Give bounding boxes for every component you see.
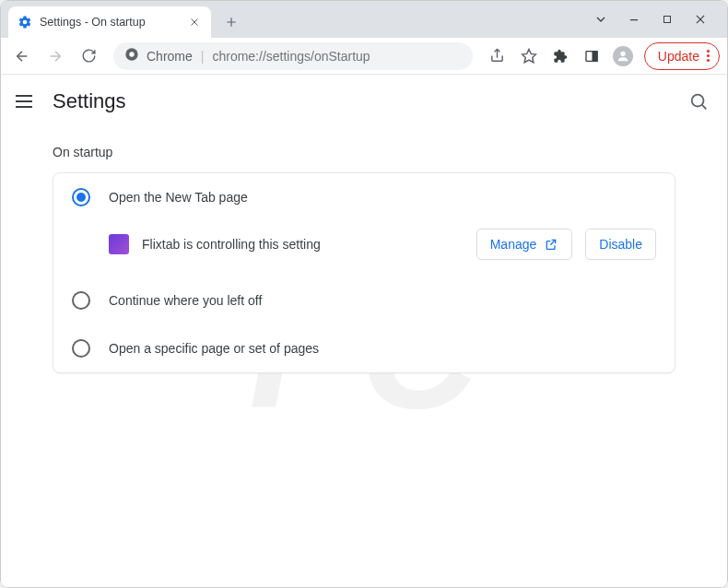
avatar-icon: [613, 46, 633, 66]
tab-title: Settings - On startup: [40, 16, 180, 29]
svg-point-11: [129, 52, 134, 56]
radio-specific-pages[interactable]: [72, 339, 90, 358]
svg-point-18: [692, 95, 704, 107]
manage-label: Manage: [490, 237, 537, 252]
option-label: Continue where you left off: [109, 293, 262, 308]
omnibox-url: chrome://settings/onStartup: [212, 49, 370, 64]
page-content: PC Settings On startup Open the New Tab …: [1, 75, 727, 587]
minimize-button[interactable]: [620, 6, 648, 33]
on-startup-section: On startup Open the New Tab page Flixtab…: [1, 128, 727, 373]
svg-line-19: [702, 105, 706, 109]
option-specific-pages[interactable]: Open a specific page or set of pages: [53, 324, 675, 372]
close-tab-icon[interactable]: [187, 15, 202, 29]
manage-button[interactable]: Manage: [476, 229, 573, 260]
side-panel-icon[interactable]: [578, 42, 605, 70]
svg-rect-5: [664, 17, 671, 23]
profile-avatar[interactable]: [609, 42, 637, 70]
settings-header: Settings: [1, 75, 727, 128]
disable-button[interactable]: Disable: [585, 229, 656, 260]
section-title: On startup: [53, 145, 675, 159]
browser-tab[interactable]: Settings - On startup: [8, 6, 211, 38]
chevron-down-icon[interactable]: [587, 6, 615, 33]
radio-continue[interactable]: [72, 291, 90, 310]
svg-marker-13: [522, 49, 535, 62]
menu-dots-icon: [707, 50, 710, 62]
window-controls: [587, 1, 723, 38]
maximize-button[interactable]: [653, 6, 681, 33]
back-button[interactable]: [8, 42, 36, 70]
extensions-icon[interactable]: [546, 42, 574, 70]
forward-button[interactable]: [41, 42, 69, 70]
page-title: Settings: [53, 89, 126, 113]
omnibox-origin: Chrome: [147, 49, 193, 64]
toolbar-right: Update: [484, 42, 720, 70]
svg-point-17: [620, 51, 625, 55]
menu-icon[interactable]: [14, 90, 36, 112]
disable-label: Disable: [599, 237, 642, 252]
extension-icon: [109, 234, 129, 254]
radio-open-new-tab[interactable]: [72, 188, 90, 206]
update-button[interactable]: Update: [644, 42, 720, 70]
share-icon[interactable]: [484, 42, 511, 70]
extension-notice: Flixtab is controlling this setting Mana…: [53, 221, 675, 276]
chrome-logo-icon: [124, 47, 139, 65]
option-label: Open the New Tab page: [109, 190, 248, 205]
option-continue[interactable]: Continue where you left off: [53, 276, 675, 324]
reload-button[interactable]: [75, 42, 102, 70]
extension-notice-text: Flixtab is controlling this setting: [142, 237, 464, 252]
search-icon[interactable]: [683, 86, 714, 117]
bookmark-star-icon[interactable]: [515, 42, 543, 70]
option-label: Open a specific page or set of pages: [109, 341, 319, 356]
toolbar: Chrome | chrome://settings/onStartup: [1, 38, 727, 75]
gear-icon: [18, 15, 32, 29]
address-bar[interactable]: Chrome | chrome://settings/onStartup: [113, 42, 473, 70]
option-open-new-tab[interactable]: Open the New Tab page: [53, 173, 675, 221]
tab-strip: Settings - On startup: [1, 1, 727, 38]
startup-card: Open the New Tab page Flixtab is control…: [53, 172, 675, 373]
svg-line-20: [551, 240, 556, 244]
browser-window: Settings - On startup: [0, 0, 728, 588]
update-label: Update: [658, 49, 699, 64]
omnibox-divider: |: [200, 49, 205, 64]
new-tab-button[interactable]: [218, 9, 244, 35]
close-window-button[interactable]: [687, 6, 714, 33]
open-external-icon: [544, 237, 558, 252]
svg-rect-16: [593, 51, 597, 61]
